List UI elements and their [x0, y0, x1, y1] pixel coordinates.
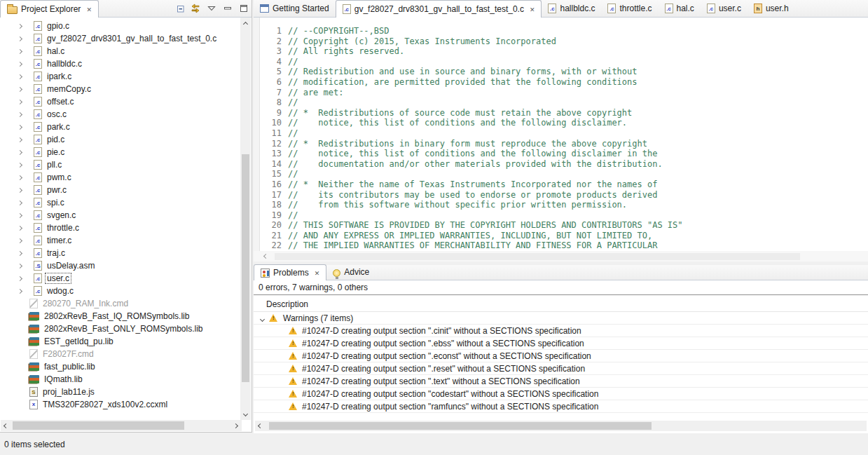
tree-item[interactable]: gv_f28027_drv8301_gv_hall_to_fast_test_0…	[0, 32, 252, 45]
tree-item[interactable]: throttle.c	[0, 222, 252, 234]
problem-row[interactable]: #10247-D creating output section ".econs…	[254, 350, 868, 362]
problem-row[interactable]: #10247-D creating output section ".ebss"…	[254, 337, 868, 350]
scroll-left-icon[interactable]	[1, 421, 11, 431]
editor-tab[interactable]: user.h	[748, 0, 795, 17]
tree-item[interactable]: svgen.c	[0, 209, 252, 222]
expand-chevron-icon[interactable]	[18, 176, 30, 179]
tree-item[interactable]: 2802xRevB_Fast_ONLY_ROMSymbols.lib	[0, 322, 252, 335]
tree-item[interactable]: osc.c	[0, 108, 252, 121]
expand-chevron-icon[interactable]	[18, 138, 30, 142]
tree-item[interactable]: hallbldc.c	[0, 57, 252, 70]
file-icon	[707, 4, 715, 13]
expand-chevron-icon[interactable]	[18, 226, 30, 230]
tree-item[interactable]: memCopy.c	[0, 83, 252, 95]
tree-item[interactable]: EST_getIdq_pu.lib	[0, 335, 252, 348]
tree-item[interactable]: hal.c	[0, 45, 252, 57]
expand-chevron-icon[interactable]	[18, 25, 30, 28]
tree-hscroll-thumb[interactable]	[13, 421, 184, 430]
expand-chevron-icon[interactable]	[18, 113, 30, 116]
tree-item[interactable]: traj.c	[0, 247, 252, 259]
maximize-icon[interactable]	[238, 3, 249, 14]
expand-chevron-icon[interactable]	[18, 277, 30, 280]
scroll-up-icon[interactable]	[240, 19, 251, 29]
tree-item[interactable]: 2802xRevB_Fast_IQ_ROMSymbols.lib	[0, 310, 252, 322]
expand-chevron-icon[interactable]	[18, 100, 30, 104]
collapse-all-icon[interactable]	[174, 3, 185, 14]
tree-item[interactable]: 280270_RAM_Ink.cmd	[0, 297, 252, 310]
warnings-group-row[interactable]: Warnings (7 items)	[254, 312, 868, 325]
tree-item[interactable]: offset.c	[0, 95, 252, 108]
expand-chevron-icon[interactable]	[18, 37, 30, 41]
expand-chevron-icon[interactable]	[18, 201, 30, 205]
problems-hscroll-thumb[interactable]	[269, 422, 652, 430]
tree-item[interactable]: pwm.c	[0, 171, 252, 184]
tree-item[interactable]: timer.c	[0, 234, 252, 247]
code-line: 18// from this software without specific…	[261, 200, 868, 210]
tree-item[interactable]: pll.c	[0, 158, 252, 171]
expand-chevron-icon[interactable]	[18, 163, 30, 167]
expand-chevron-icon[interactable]	[18, 264, 30, 268]
close-icon[interactable]	[86, 5, 92, 13]
scroll-left-icon[interactable]	[261, 251, 271, 262]
link-with-editor-icon[interactable]	[190, 3, 201, 14]
scroll-left-icon[interactable]	[255, 421, 266, 431]
tree-item[interactable]: park.c	[0, 121, 252, 133]
expand-chevron-icon[interactable]	[18, 50, 30, 53]
editor-tab[interactable]: throttle.c	[601, 0, 658, 17]
problem-row[interactable]: #10247-D creating output section "codest…	[254, 388, 868, 400]
tree-item[interactable]: pie.c	[0, 146, 252, 158]
close-icon[interactable]	[530, 5, 535, 13]
tree-item[interactable]: usDelay.asm	[0, 259, 252, 272]
tree-item[interactable]: fast_public.lib	[0, 360, 252, 373]
expand-chevron-icon[interactable]	[18, 189, 30, 192]
editor-tab[interactable]: hal.c	[659, 0, 701, 17]
editor-tab[interactable]: hallbldc.c	[542, 0, 601, 17]
problems-horizontal-scrollbar[interactable]	[255, 421, 867, 431]
scroll-down-icon[interactable]	[240, 409, 251, 419]
tree-item-label: user.c	[46, 273, 71, 283]
tree-item[interactable]: ipark.c	[0, 70, 252, 83]
code-line: 11//	[261, 128, 868, 139]
close-icon[interactable]	[315, 269, 320, 277]
expand-chevron-icon[interactable]	[18, 88, 30, 91]
scroll-right-icon[interactable]	[230, 421, 241, 431]
problem-row[interactable]: #10247-D creating output section "ramfun…	[254, 400, 868, 413]
editor-hscroll-thumb[interactable]	[275, 253, 800, 260]
tree-vscroll-thumb[interactable]	[242, 154, 249, 382]
tree-item[interactable]: user.c	[0, 272, 252, 285]
expand-chevron-icon[interactable]	[18, 125, 30, 129]
expand-chevron-icon[interactable]	[18, 214, 30, 217]
tree-item[interactable]: pid.c	[0, 133, 252, 146]
description-column-header[interactable]: Description	[254, 297, 868, 312]
editor-tab[interactable]: user.c	[701, 0, 748, 17]
warning-text: #10247-D creating output section ".reset…	[302, 364, 585, 374]
problem-row[interactable]: #10247-D creating output section ".reset…	[254, 362, 868, 375]
tree-item[interactable]: TMS320F28027_xds100v2.ccxml	[0, 398, 252, 411]
tree-item[interactable]: pwr.c	[0, 184, 252, 196]
expand-chevron-icon[interactable]	[18, 290, 30, 293]
project-explorer-tab[interactable]: Project Explorer	[0, 0, 99, 18]
tree-item[interactable]: IQmath.lib	[0, 373, 252, 386]
editor-tab[interactable]: Getting Started	[254, 0, 336, 17]
editor-tab[interactable]: gv_f28027_drv8301_gv_hall_to_fast_test_0…	[336, 0, 542, 18]
problem-row[interactable]: #10247-D creating output section ".text"…	[254, 375, 868, 388]
collapse-group-icon[interactable]	[261, 313, 264, 323]
code-editor[interactable]: 1// --COPYRIGHT--,BSD 2// Copyright (c) …	[254, 18, 868, 251]
file-icon	[34, 286, 42, 296]
tree-item[interactable]: spi.c	[0, 196, 252, 209]
tree-item[interactable]: F28027F.cmd	[0, 348, 252, 360]
tree-item[interactable]: wdog.c	[0, 285, 252, 297]
file-icon	[34, 160, 42, 170]
panel-tab[interactable]: Problems	[254, 264, 326, 280]
expand-chevron-icon[interactable]	[18, 62, 30, 66]
expand-chevron-icon[interactable]	[18, 151, 30, 154]
tree-item[interactable]: proj_lab11e.js	[0, 386, 252, 398]
expand-chevron-icon[interactable]	[18, 239, 30, 243]
problem-row[interactable]: #10247-D creating output section ".cinit…	[254, 325, 868, 337]
expand-chevron-icon[interactable]	[18, 252, 30, 255]
panel-tab[interactable]: Advice	[326, 264, 376, 280]
expand-chevron-icon[interactable]	[18, 75, 30, 79]
tree-item[interactable]: gpio.c	[0, 20, 252, 32]
view-menu-icon[interactable]	[206, 3, 217, 14]
minimize-icon[interactable]	[222, 3, 233, 14]
